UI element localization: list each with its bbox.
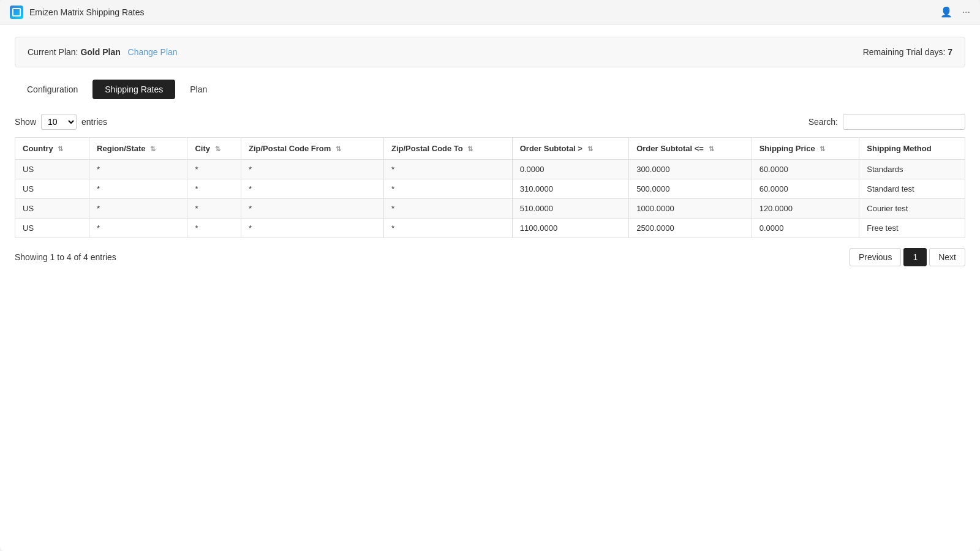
col-subtotal-lte[interactable]: Order Subtotal <= ⇅: [629, 138, 752, 160]
app-icon: [10, 6, 23, 19]
table-cell: 310.0000: [512, 179, 628, 199]
table-cell: 0.0000: [512, 160, 628, 179]
table-cell: US: [15, 199, 89, 219]
table-cell: Courier test: [859, 199, 965, 219]
col-region-state[interactable]: Region/State ⇅: [89, 138, 187, 160]
sort-icon-zip-from: ⇅: [336, 145, 341, 152]
pagination: Showing 1 to 4 of 4 entries Previous 1 N…: [15, 248, 965, 266]
table-cell: *: [187, 219, 241, 238]
table-cell: *: [187, 179, 241, 199]
table-cell: *: [241, 219, 384, 238]
main-content: Current Plan: Gold Plan Change Plan Rema…: [0, 24, 980, 551]
table-cell: 0.0000: [752, 219, 859, 238]
table-cell: *: [187, 199, 241, 219]
table-row: US****0.0000300.000060.0000Standards: [15, 160, 965, 179]
sort-icon-country: ⇅: [58, 145, 63, 152]
col-shipping-method[interactable]: Shipping Method: [859, 138, 965, 160]
col-country[interactable]: Country ⇅: [15, 138, 89, 160]
table-cell: *: [241, 160, 384, 179]
table-cell: *: [384, 219, 513, 238]
next-button[interactable]: Next: [929, 248, 965, 266]
table-cell: *: [384, 199, 513, 219]
table-row: US****310.0000500.000060.0000Standard te…: [15, 179, 965, 199]
table-cell: *: [384, 160, 513, 179]
table-cell: Standard test: [859, 179, 965, 199]
user-icon[interactable]: 👤: [940, 6, 952, 18]
sort-icon-zip-to: ⇅: [467, 145, 473, 152]
table-cell: US: [15, 179, 89, 199]
table-row: US****1100.00002500.00000.0000Free test: [15, 219, 965, 238]
table-cell: Free test: [859, 219, 965, 238]
change-plan-link[interactable]: Change Plan: [128, 47, 178, 57]
table-header-row: Country ⇅ Region/State ⇅ City ⇅ Zip/Post…: [15, 138, 965, 160]
search-area: Search:: [809, 114, 965, 130]
sort-icon-price: ⇅: [820, 145, 825, 152]
sort-icon-city: ⇅: [215, 145, 221, 152]
entries-select[interactable]: 10 25 50 100: [41, 114, 77, 130]
show-label: Show: [15, 117, 36, 127]
table-controls: Show 10 25 50 100 entries Search:: [15, 114, 965, 130]
table-cell: 60.0000: [752, 179, 859, 199]
entries-label: entries: [81, 117, 107, 127]
table-cell: 300.0000: [629, 160, 752, 179]
titlebar-left: Emizen Matrix Shipping Rates: [10, 6, 145, 19]
table-cell: *: [89, 199, 187, 219]
table-cell: *: [89, 179, 187, 199]
sort-icon-subtotal-lte: ⇅: [709, 145, 714, 152]
table-cell: *: [89, 219, 187, 238]
tab-shipping-rates[interactable]: Shipping Rates: [92, 80, 175, 99]
table-row: US****510.00001000.0000120.0000Courier t…: [15, 199, 965, 219]
titlebar-right: 👤 ···: [940, 6, 970, 18]
table-cell: 510.0000: [512, 199, 628, 219]
col-zip-from[interactable]: Zip/Postal Code From ⇅: [241, 138, 384, 160]
table-cell: *: [89, 160, 187, 179]
table-cell: 500.0000: [629, 179, 752, 199]
previous-button[interactable]: Previous: [850, 248, 901, 266]
table-cell: *: [241, 199, 384, 219]
table-cell: 2500.0000: [629, 219, 752, 238]
table-cell: *: [187, 160, 241, 179]
table-cell: 60.0000: [752, 160, 859, 179]
app-title: Emizen Matrix Shipping Rates: [29, 7, 145, 17]
tabs: Configuration Shipping Rates Plan: [15, 80, 965, 99]
plan-label: Current Plan:: [28, 47, 78, 57]
plan-bar-right: Remaining Trial days: 7: [863, 47, 952, 57]
table-cell: US: [15, 160, 89, 179]
titlebar: Emizen Matrix Shipping Rates 👤 ···: [0, 0, 980, 24]
page-1-button[interactable]: 1: [903, 248, 927, 266]
col-shipping-price[interactable]: Shipping Price ⇅: [752, 138, 859, 160]
sort-icon-region: ⇅: [150, 145, 156, 152]
more-icon[interactable]: ···: [962, 7, 970, 18]
plan-bar-left: Current Plan: Gold Plan Change Plan: [28, 47, 178, 57]
show-entries: Show 10 25 50 100 entries: [15, 114, 107, 130]
tab-configuration[interactable]: Configuration: [15, 80, 90, 99]
search-input[interactable]: [843, 114, 965, 130]
plan-bar: Current Plan: Gold Plan Change Plan Rema…: [15, 37, 965, 67]
table-cell: Standards: [859, 160, 965, 179]
data-table: Country ⇅ Region/State ⇅ City ⇅ Zip/Post…: [15, 137, 965, 238]
trial-days: 7: [948, 47, 952, 57]
table-cell: *: [384, 179, 513, 199]
table-cell: US: [15, 219, 89, 238]
pagination-controls: Previous 1 Next: [850, 248, 965, 266]
col-zip-to[interactable]: Zip/Postal Code To ⇅: [384, 138, 513, 160]
plan-name: Gold Plan: [80, 47, 120, 57]
table-cell: *: [241, 179, 384, 199]
table-cell: 120.0000: [752, 199, 859, 219]
app-window: Emizen Matrix Shipping Rates 👤 ··· Curre…: [0, 0, 980, 551]
tab-plan[interactable]: Plan: [178, 80, 219, 99]
table-cell: 1100.0000: [512, 219, 628, 238]
table-cell: 1000.0000: [629, 199, 752, 219]
col-subtotal-gt[interactable]: Order Subtotal > ⇅: [512, 138, 628, 160]
sort-icon-subtotal-gt: ⇅: [587, 145, 593, 152]
trial-label: Remaining Trial days:: [863, 47, 946, 57]
pagination-info: Showing 1 to 4 of 4 entries: [15, 252, 116, 262]
search-label: Search:: [809, 117, 838, 127]
col-city[interactable]: City ⇅: [187, 138, 241, 160]
